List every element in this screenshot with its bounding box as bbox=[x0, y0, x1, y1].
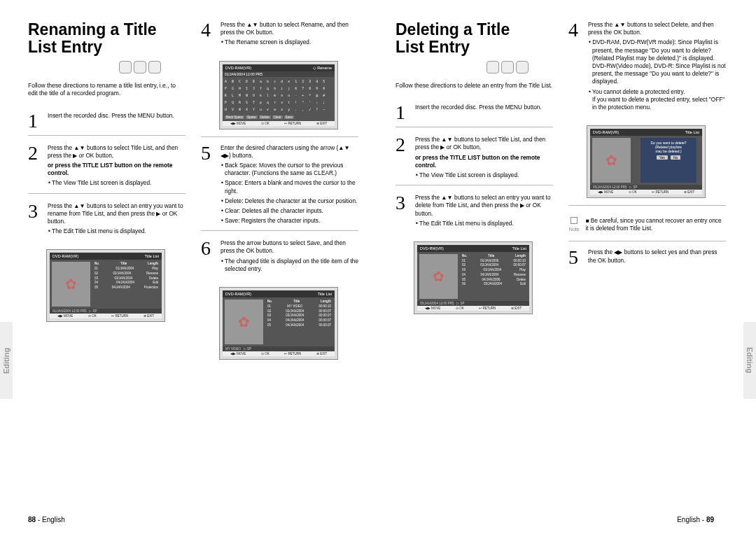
step-bold: or press the TITLE LIST button on the re… bbox=[48, 162, 186, 177]
note-text: Be careful, since you cannot recover an … bbox=[585, 217, 721, 232]
confirm-dialog: Do you want to delete? (Related playlist… bbox=[640, 138, 696, 183]
screenshot-rename: DVD-RAM(VR)◇ Rename 01/JAN/2004 12:00 PR… bbox=[219, 61, 338, 129]
step: 3 Press the ▲▼ buttons to select an entr… bbox=[396, 194, 553, 233]
step-bullet: • You cannot delete a protected entry. I… bbox=[588, 88, 726, 112]
disc-icons bbox=[28, 61, 161, 73]
intro-text: Follow these directions to delete an ent… bbox=[396, 82, 553, 90]
thumbnail: ✿ bbox=[419, 254, 458, 299]
step-text: Press the ▲▼ buttons to select Delete, a… bbox=[588, 21, 726, 36]
step-bullet: • The View Title List screen is displaye… bbox=[415, 171, 553, 179]
note-icon: Note bbox=[568, 217, 580, 232]
thumbnail: ✿ bbox=[52, 262, 90, 307]
step-bullet: • The Rename screen is displayed. bbox=[220, 38, 358, 46]
step-text: Press the ▲▼ buttons to select an entry … bbox=[48, 202, 186, 226]
step: 1 Insert the recorded disc. Press the ME… bbox=[396, 104, 553, 127]
thumbnail: ✿ bbox=[592, 138, 631, 183]
disc-icon bbox=[501, 61, 514, 73]
step-number: 1 bbox=[28, 112, 42, 129]
step-text: Enter the desired characters using the a… bbox=[220, 144, 358, 160]
section-title: Renaming a Title List Entry bbox=[28, 21, 161, 57]
step: 2 Press the ▲▼ buttons to select Title L… bbox=[396, 136, 553, 185]
step-bullet: • The Edit Title List menu is displayed. bbox=[48, 227, 186, 235]
page-88: Renaming a Title List Entry Follow these… bbox=[28, 21, 378, 511]
page-89: Deleting a Title List Entry Follow these… bbox=[396, 21, 746, 511]
step: 3 Press the ▲▼ buttons to select an entr… bbox=[28, 202, 186, 241]
disc-icon bbox=[134, 61, 146, 73]
intro-text: Follow these directions to rename a titl… bbox=[28, 82, 186, 98]
step-text: Press the ▲▼ buttons to select Title Lis… bbox=[415, 136, 553, 151]
step: 5 Press the ◀▶ buttons to select yes and… bbox=[568, 248, 726, 272]
step-number: 2 bbox=[28, 144, 42, 188]
screenshot-delete-confirm: DVD-RAM(VR)Title List ✿ Do you want to d… bbox=[587, 125, 706, 198]
side-tab: Editing bbox=[0, 322, 13, 399]
heading-block: Renaming a Title List Entry bbox=[28, 21, 186, 73]
step-text: Insert the recorded disc. Press the MENU… bbox=[415, 104, 553, 111]
step-text: Press the ▲▼ button to select Rename, an… bbox=[220, 21, 358, 36]
step-bullet: • Clear: Deletes all the character input… bbox=[220, 207, 358, 215]
thumbnail: ✿ bbox=[225, 300, 263, 344]
step-text: Press the ▲▼ buttons to select an entry … bbox=[415, 194, 553, 218]
screenshot-title-list: DVD-RAM(VR)Title List ✿ No.TitleLength 0… bbox=[46, 249, 165, 322]
screenshot-title-list: DVD-RW(VR)Title List ✿ No.TitleLength 01… bbox=[414, 241, 533, 314]
disc-icon bbox=[119, 61, 132, 73]
step-number: 2 bbox=[396, 136, 410, 179]
step-bullet: • Back Space: Moves the cursor to the pr… bbox=[220, 162, 358, 177]
step-bullet: • The Edit Title List menu is displayed. bbox=[415, 220, 553, 227]
step: 5 Enter the desired characters using the… bbox=[201, 144, 358, 232]
disc-icon bbox=[148, 61, 161, 73]
step: 1 Insert the recorded disc. Press the ME… bbox=[28, 112, 186, 136]
disc-icon bbox=[516, 61, 528, 73]
step-bullet: • Space: Enters a blank and moves the cu… bbox=[220, 179, 358, 195]
step-bullet: • Save: Registers the character inputs. bbox=[220, 217, 358, 225]
no-button: No bbox=[671, 155, 680, 160]
step-text: Press the arrow buttons to select Save, … bbox=[220, 239, 358, 255]
section-title: Deleting a Title List Entry bbox=[396, 21, 528, 57]
step-bullet: • The View Title List screen is displaye… bbox=[48, 179, 186, 187]
heading-block: Deleting a Title List Entry bbox=[396, 21, 553, 73]
step-bullet: • Delete: Deletes the character at the c… bbox=[220, 197, 358, 205]
yes-button: Yes bbox=[657, 155, 668, 160]
step-number: 4 bbox=[568, 21, 582, 111]
step: 4 Press the ▲▼ button to select Rename, … bbox=[201, 21, 358, 52]
page-footer: English - 89 bbox=[677, 516, 714, 524]
step: 2 Press the ▲▼ buttons to select Title L… bbox=[28, 144, 186, 194]
step-number: 3 bbox=[28, 202, 42, 236]
note-box: Note ■ Be careful, since you cannot reco… bbox=[568, 213, 726, 237]
step-number: 5 bbox=[568, 248, 582, 266]
disc-icons bbox=[396, 61, 528, 73]
side-tab: Editing bbox=[743, 322, 756, 399]
step-bullet: • The changed title is displayed on the … bbox=[220, 258, 358, 273]
page-footer: 88 - English bbox=[28, 516, 65, 524]
step-text: Insert the recorded disc. Press the MENU… bbox=[48, 112, 186, 120]
step-number: 1 bbox=[396, 104, 410, 121]
step-bold: or press the TITLE LIST button on the re… bbox=[415, 154, 553, 169]
step-number: 4 bbox=[201, 21, 215, 47]
step: 6 Press the arrow buttons to select Save… bbox=[201, 239, 358, 279]
step-text: Press the ▲▼ buttons to select Title Lis… bbox=[48, 144, 186, 160]
screenshot-title-list: DVD-RAM(VR)Title List ✿ No.TitleLength 0… bbox=[219, 287, 338, 360]
step-number: 6 bbox=[201, 239, 215, 273]
step-bullet: • DVD-RAM, DVD-RW(VR mode): Since Playli… bbox=[588, 38, 726, 85]
step-number: 3 bbox=[396, 194, 410, 227]
step-text: Press the ◀▶ buttons to select yes and t… bbox=[588, 248, 726, 264]
step-number: 5 bbox=[201, 144, 215, 225]
disc-icon bbox=[486, 61, 499, 73]
step: 4 Press the ▲▼ buttons to select Delete,… bbox=[568, 21, 726, 117]
